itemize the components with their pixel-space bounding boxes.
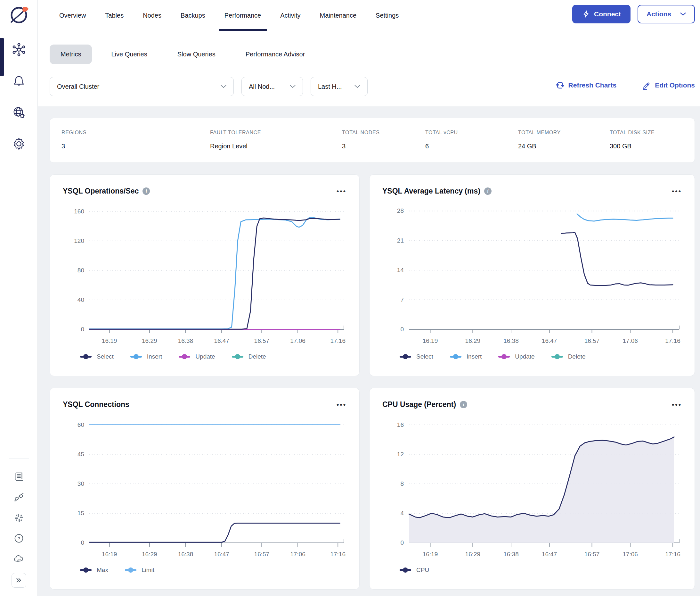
chart-card-ysql-operations-sec: YSQL Operations/Seci•••1601208040016:191… [50, 174, 360, 376]
svg-text:17:06: 17:06 [290, 551, 306, 557]
legend-item-delete[interactable]: Delete [232, 353, 266, 360]
tab-overview[interactable]: Overview [50, 0, 96, 31]
sidebar-item-help[interactable]: ? [12, 532, 25, 545]
subtab-performance-advisor[interactable]: Performance Advisor [235, 45, 316, 64]
time-range-select[interactable]: Last H... [311, 77, 368, 96]
pencil-icon [642, 81, 651, 90]
sidebar-item-admin-settings[interactable] [11, 136, 26, 151]
cloud-icon [13, 553, 25, 565]
sidebar: ? [0, 0, 38, 596]
chart-menu-button[interactable]: ••• [672, 188, 682, 195]
book-icon [14, 471, 24, 482]
legend-item-select[interactable]: Select [80, 353, 114, 360]
svg-text:17:16: 17:16 [330, 338, 345, 344]
svg-text:16:47: 16:47 [214, 338, 229, 344]
svg-text:16:47: 16:47 [542, 338, 557, 344]
legend-marker-icon [232, 354, 243, 359]
tab-maintenance[interactable]: Maintenance [310, 0, 366, 31]
legend-item-update[interactable]: Update [179, 353, 215, 360]
svg-text:16:38: 16:38 [503, 551, 519, 557]
legend-label: Insert [467, 353, 482, 360]
legend-item-max[interactable]: Max [80, 567, 108, 574]
legend-item-select[interactable]: Select [399, 353, 433, 360]
svg-text:16:19: 16:19 [102, 338, 117, 344]
svg-text:4: 4 [400, 510, 404, 517]
nodes-select-value: All Nod... [249, 83, 275, 90]
legend-item-cpu[interactable]: CPU [399, 567, 429, 574]
svg-text:8: 8 [400, 480, 404, 487]
sidebar-item-cloud-status[interactable] [12, 552, 25, 565]
sidebar-item-network[interactable] [11, 105, 26, 120]
help-question-icon: ? [14, 533, 24, 544]
legend-marker-icon [399, 568, 411, 573]
info-icon[interactable]: i [460, 401, 467, 408]
globe-gear-icon [12, 105, 26, 120]
cluster-select[interactable]: Overall Cluster [50, 77, 234, 96]
stat-regions: REGIONS3 [61, 130, 86, 150]
svg-text:16:29: 16:29 [465, 551, 481, 557]
edit-options-label: Edit Options [655, 81, 695, 89]
stat-label: TOTAL DISK SIZE [610, 130, 654, 135]
info-icon[interactable]: i [484, 188, 492, 195]
chart-title: CPU Usage (Percent) [382, 400, 456, 409]
svg-text:0: 0 [81, 539, 84, 546]
chart-menu-button[interactable]: ••• [672, 401, 682, 408]
legend-item-insert[interactable]: Insert [130, 353, 162, 360]
sidebar-item-alerts[interactable] [11, 74, 26, 89]
legend-item-delete[interactable]: Delete [551, 353, 586, 360]
connect-label: Connect [594, 10, 621, 18]
cluster-network-icon [11, 42, 26, 57]
legend-marker-icon [80, 568, 92, 573]
nodes-select[interactable]: All Nod... [241, 77, 303, 96]
refresh-icon [555, 81, 565, 90]
tab-performance[interactable]: Performance [215, 0, 271, 31]
subtab-live-queries[interactable]: Live Queries [100, 45, 158, 64]
header: OverviewTablesNodesBackupsPerformanceAct… [38, 0, 700, 106]
stat-value: 3 [61, 143, 86, 150]
svg-text:16:38: 16:38 [178, 551, 193, 557]
connect-button[interactable]: Connect [572, 5, 630, 23]
svg-text:16:57: 16:57 [585, 338, 600, 344]
actions-button[interactable]: Actions [638, 5, 695, 23]
stat-value: 24 GB [518, 143, 561, 150]
sidebar-expand-button[interactable] [11, 573, 26, 588]
tab-tables[interactable]: Tables [96, 0, 133, 31]
chart-card-ysql-connections: YSQL Connections•••60453015016:1916:2916… [50, 388, 360, 590]
legend-item-limit[interactable]: Limit [125, 567, 154, 574]
legend-label: Limit [141, 567, 154, 574]
legend-item-update[interactable]: Update [498, 353, 535, 360]
sidebar-item-integrations[interactable] [12, 491, 25, 504]
gear-icon [12, 137, 26, 151]
chart-menu-button[interactable]: ••• [337, 401, 346, 408]
stat-value: 300 GB [610, 143, 654, 150]
subtab-slow-queries[interactable]: Slow Queries [166, 45, 226, 64]
subtab-metrics[interactable]: Metrics [50, 45, 92, 64]
legend-marker-icon [130, 354, 142, 359]
edit-options-link[interactable]: Edit Options [642, 81, 695, 90]
info-icon[interactable]: i [142, 188, 150, 195]
tab-backups[interactable]: Backups [171, 0, 215, 31]
chart-menu-button[interactable]: ••• [337, 188, 346, 195]
yugabyte-logo-icon[interactable] [8, 5, 29, 26]
svg-text:16:38: 16:38 [178, 338, 193, 344]
refresh-charts-link[interactable]: Refresh Charts [555, 81, 617, 90]
svg-text:17:16: 17:16 [665, 338, 680, 344]
stat-label: REGIONS [61, 130, 86, 135]
tab-nodes[interactable]: Nodes [133, 0, 171, 31]
legend-item-insert[interactable]: Insert [450, 353, 482, 360]
chevrons-right-icon [16, 577, 22, 584]
chart-legend: SelectInsertUpdateDelete [399, 353, 685, 360]
chart-card-cpu-usage-percent: CPU Usage (Percent)i•••161284016:1916:29… [369, 388, 695, 590]
sidebar-item-clusters[interactable] [11, 42, 26, 57]
sidebar-divider [9, 458, 29, 459]
actions-label: Actions [647, 10, 671, 18]
chart-plot: 1601208040016:1916:2916:3816:4716:5717:0… [59, 197, 350, 348]
tab-activity[interactable]: Activity [270, 0, 310, 31]
tab-settings[interactable]: Settings [366, 0, 408, 31]
sidebar-item-slack[interactable] [12, 512, 25, 524]
sidebar-item-docs[interactable] [12, 470, 25, 483]
legend-label: Max [97, 567, 108, 574]
stat-label: TOTAL MEMORY [518, 130, 561, 135]
svg-text:30: 30 [77, 480, 84, 487]
chart-legend: CPU [399, 567, 685, 574]
